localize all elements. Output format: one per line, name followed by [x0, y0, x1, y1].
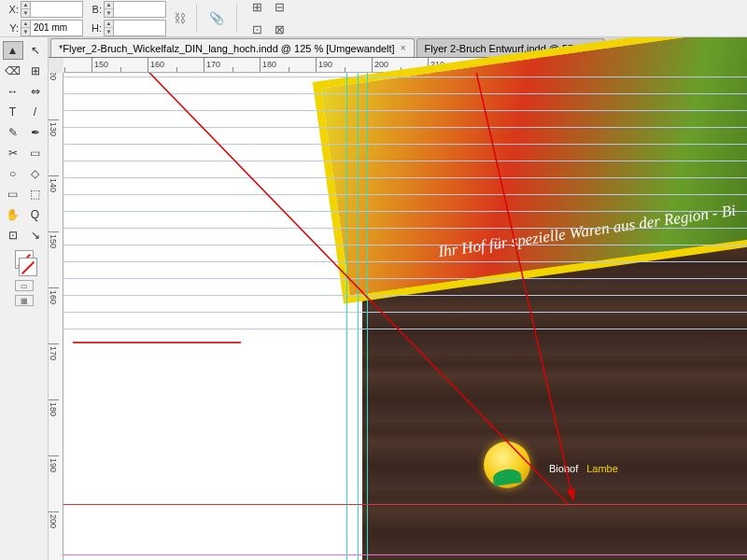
align-icon-1[interactable]: ⊞ — [247, 0, 267, 18]
brand-title: Biohof Lambe — [549, 441, 618, 481]
tool-6[interactable]: T — [3, 103, 23, 121]
tool-2[interactable]: ⌫ — [3, 62, 23, 80]
tool-17[interactable]: Q — [25, 205, 46, 224]
view-mode-icon[interactable]: ▭ — [15, 280, 34, 291]
x-spinner[interactable]: ▲▼ — [21, 1, 31, 18]
y-input[interactable] — [31, 20, 83, 36]
tool-1[interactable]: ↖ — [25, 41, 46, 60]
tab-label: *Flyer_2-Bruch_Wickelfalz_DIN_lang_hoch.… — [59, 43, 395, 54]
w-spinner[interactable]: ▲▼ — [104, 1, 114, 18]
tool-4[interactable]: ↔ — [3, 82, 23, 101]
tool-12[interactable]: ○ — [3, 164, 23, 183]
tool-8[interactable]: ✎ — [3, 123, 23, 142]
guide-vertical[interactable] — [358, 73, 359, 560]
tool-19[interactable]: ↘ — [25, 226, 46, 245]
close-icon[interactable]: × — [401, 43, 406, 53]
guide-magenta[interactable] — [63, 554, 747, 555]
tool-14[interactable]: ▭ — [3, 185, 23, 203]
tool-11[interactable]: ▭ — [25, 144, 46, 162]
tool-0[interactable]: ▲ — [3, 41, 23, 60]
guide-red[interactable] — [63, 504, 747, 505]
h-input[interactable] — [114, 20, 166, 36]
tool-7[interactable]: / — [25, 103, 46, 121]
document-tab-0[interactable]: *Flyer_2-Bruch_Wickelfalz_DIN_lang_hoch.… — [50, 38, 415, 57]
y-spinner[interactable]: ▲▼ — [21, 20, 31, 36]
tool-10[interactable]: ✂ — [3, 144, 23, 162]
x-input[interactable] — [31, 1, 83, 18]
attach-icon[interactable]: 📎 — [206, 8, 227, 29]
h-spinner[interactable]: ▲▼ — [104, 20, 114, 36]
biohof-logo-icon — [484, 441, 530, 488]
tool-3[interactable]: ⊞ — [25, 62, 46, 80]
canvas[interactable]: Ihr Hof für spezielle Waren aus der Regi… — [63, 73, 747, 560]
tool-18[interactable]: ⊡ — [3, 226, 23, 245]
guide-vertical[interactable] — [367, 73, 368, 560]
stroke-swatch[interactable] — [19, 258, 37, 276]
tool-5[interactable]: ⇔ — [25, 82, 46, 101]
x-label: X: — [6, 4, 19, 15]
guide-red[interactable] — [73, 342, 241, 343]
tool-16[interactable]: ✋ — [3, 205, 23, 224]
w-input[interactable] — [114, 1, 166, 18]
w-label: B: — [89, 4, 102, 15]
link-wh-icon[interactable]: ⛓ — [172, 7, 187, 30]
y-label: Y: — [6, 22, 19, 34]
guide-vertical[interactable] — [346, 73, 347, 560]
toolbox: ▲↖⌫⊞↔⇔T/✎✒✂▭○◇▭⬚✋Q⊡↘ ▭ ▦ — [0, 37, 49, 560]
tool-15[interactable]: ⬚ — [25, 185, 46, 203]
align-icon-2[interactable]: ⊟ — [269, 0, 289, 18]
ruler-vertical[interactable]: 120130140150160170180190200 — [49, 73, 63, 560]
tool-9[interactable]: ✒ — [25, 123, 46, 142]
h-label: H: — [89, 22, 102, 34]
tool-13[interactable]: ◇ — [25, 164, 46, 183]
screen-mode-icon[interactable]: ▦ — [15, 295, 34, 306]
